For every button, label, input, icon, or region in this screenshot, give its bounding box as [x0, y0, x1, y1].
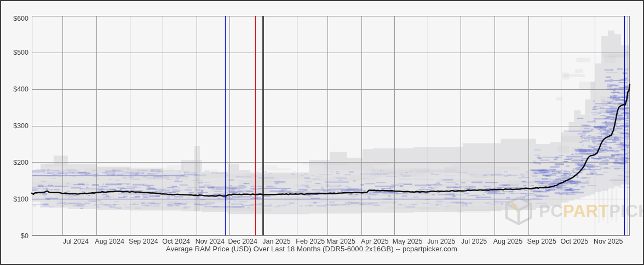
ram-price-chart-frame: PCPARTPICKER Average RAM Price (USD) Ove… [0, 0, 644, 265]
chart-caption: Average RAM Price (USD) Over Last 18 Mon… [1, 245, 622, 253]
ram-price-history-chart [1, 1, 644, 265]
